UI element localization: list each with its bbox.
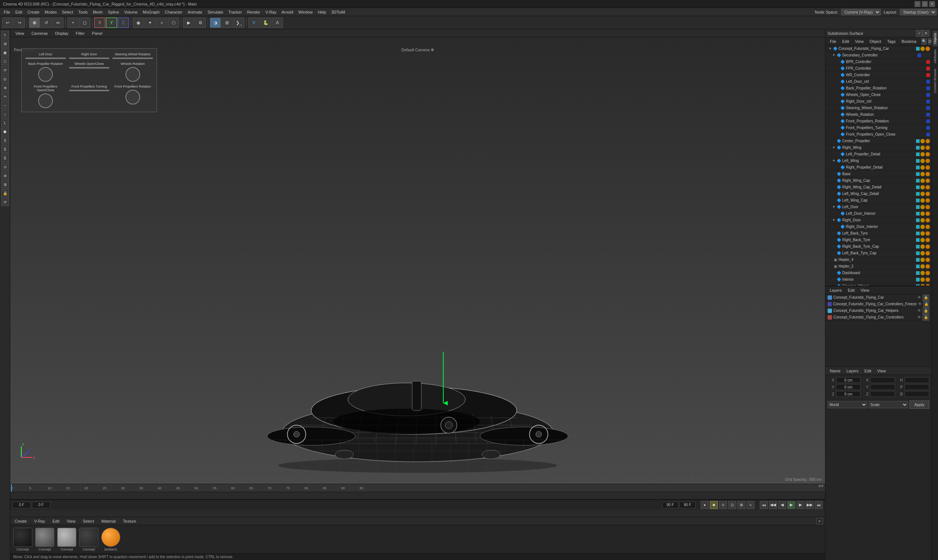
python-button[interactable]: 🐍 (260, 18, 271, 28)
close-button[interactable]: × (929, 1, 935, 7)
ctrl-front-prop-turn-slider[interactable] (69, 90, 110, 91)
cameras-menu-btn[interactable]: Cameras (29, 31, 50, 36)
redo-button[interactable]: ↪ (14, 18, 25, 28)
material-thumb-1[interactable]: Concept (13, 528, 32, 551)
ctrl-left-door-slider[interactable] (25, 57, 66, 59)
sidebar-btn-15[interactable]: $ (1, 154, 9, 162)
omh-tags[interactable]: Tags (885, 38, 898, 45)
next-frame-btn[interactable]: ▶ (796, 501, 804, 509)
ctrl-wheels-rot-circle[interactable] (125, 67, 140, 82)
tree-item-front-prop-open[interactable]: 🔷 Front_Propellers_Open_Close (825, 131, 932, 138)
undo-button[interactable]: ↩ (2, 18, 13, 28)
menu-file[interactable]: File (2, 9, 12, 15)
layer-eye-1[interactable]: 👁 (918, 295, 921, 299)
timeline-mode-btn[interactable]: ⊠ (737, 501, 745, 509)
tree-item-left-wing[interactable]: ▼ 🔷 Left_Wing (825, 158, 932, 164)
apply-button[interactable]: Apply (909, 401, 929, 409)
scale-dropdown[interactable]: Scale (869, 401, 908, 408)
b-rot-input[interactable] (905, 391, 929, 397)
menu-window[interactable]: Window (296, 9, 315, 15)
attr-view-btn[interactable]: View (875, 368, 888, 374)
go-to-end-btn[interactable]: ⏭ (815, 501, 823, 509)
tree-item-bpr[interactable]: 🔷 BPR_Controller (825, 58, 932, 65)
tree-item-left-wing-cap-detail[interactable]: 🔷 Left_Wing_Cap_Detail (825, 191, 932, 197)
sidebar-btn-10[interactable]: ⌂ (1, 110, 9, 118)
mat-create-btn[interactable]: Create (12, 518, 29, 524)
sidebar-btn-5[interactable]: ⟳ (1, 66, 9, 74)
menu-vray[interactable]: V-Ray (263, 9, 278, 15)
move-tool-button[interactable]: ⊕ (29, 18, 40, 28)
prev-frame-btn[interactable]: ◀ (778, 501, 786, 509)
sidebar-btn-17[interactable]: ⊕ (1, 172, 9, 180)
x-pos-input[interactable] (836, 377, 861, 383)
om-x-btn[interactable]: ✕ (923, 30, 929, 37)
tree-item-left-prop-detail[interactable]: 🔷 Left_Propeller_Detail (825, 151, 932, 158)
panel-menu-btn[interactable]: Panel (90, 31, 105, 36)
layer-lock-4[interactable]: 🔒 (923, 314, 929, 321)
omh-search-btn[interactable]: 🔍 (921, 38, 927, 45)
attr-layers-btn[interactable]: Layers (844, 368, 861, 374)
sidebar-btn-1[interactable]: ↖ (1, 31, 9, 39)
sidebar-btn-8[interactable]: ✂ (1, 92, 9, 100)
mat-vray-btn[interactable]: V-Ray (32, 518, 47, 524)
play-btn[interactable]: ▶ (787, 501, 795, 509)
go-to-start-btn[interactable]: ⏮ (760, 501, 768, 509)
expand-flying-car[interactable]: ▼ (828, 47, 832, 51)
sidebar-btn-2[interactable]: ⊞ (1, 40, 9, 48)
ctrl-wheels-open-slider[interactable] (69, 67, 110, 69)
mat-edit-btn[interactable]: Edit (50, 518, 62, 524)
tree-item-back-prop-rot[interactable]: 🔷 Back_Propeller_Rotation (825, 85, 932, 92)
layer-item-2[interactable]: Concept_Futuristic_Flying_Car_Controller… (825, 301, 932, 308)
sidebar-btn-18[interactable]: ⊞ (1, 180, 9, 188)
fps-input[interactable] (32, 502, 50, 508)
tree-item-hepler2[interactable]: ▣ Hepler_2 (825, 263, 932, 270)
view-menu-btn[interactable]: View (13, 31, 26, 36)
filter-menu-btn[interactable]: Filter (73, 31, 86, 36)
timeline-track[interactable] (10, 492, 825, 500)
expand-secondary-ctrl[interactable]: ▼ (832, 54, 836, 57)
motion-record-btn[interactable]: ⊙ (719, 501, 727, 509)
menu-modes[interactable]: Modes (43, 9, 59, 15)
x-size-input[interactable] (870, 377, 895, 383)
sidebar-btn-13[interactable]: S (1, 136, 9, 145)
tree-item-left-door-ctrl[interactable]: 🔷 Left_Door_ctrl (825, 78, 932, 85)
world-dropdown[interactable]: World (828, 401, 867, 408)
tree-item-secondary-ctrl[interactable]: ▼ 🔷 Secondary_Controller (825, 52, 932, 58)
menu-spline[interactable]: Spline (106, 9, 122, 15)
sidebar-btn-9[interactable]: ↔ (1, 101, 9, 109)
scale-tool-button[interactable]: ⇔ (52, 18, 63, 28)
mat-view-btn[interactable]: View (65, 518, 78, 524)
layer-eye-3[interactable]: 👁 (918, 309, 921, 312)
y-size-input[interactable] (870, 384, 895, 390)
maximize-button[interactable]: □ (922, 1, 928, 7)
omh-view[interactable]: View (853, 38, 866, 45)
arnold-button[interactable]: A (272, 18, 283, 28)
mat-collapse-btn[interactable]: ≡ (816, 518, 823, 525)
z-axis-button[interactable]: Z (118, 18, 129, 28)
omh-file[interactable]: File (828, 38, 839, 45)
prev-key-btn[interactable]: ◀◀ (769, 501, 777, 509)
object-tree[interactable]: ▼ 🔷 Concept_Futuristic_Flying_Car ▼ 🔷 Se… (825, 45, 932, 286)
rotate-tool-button[interactable]: ↺ (41, 18, 52, 28)
tree-item-right-back-tyre-cap[interactable]: 🔷 Right_Back_Tyre_Cap (825, 243, 932, 250)
tree-item-center-prop[interactable]: 🔷 Center_Propeller (825, 138, 932, 145)
menu-create[interactable]: Create (25, 9, 42, 15)
rtab-objects[interactable]: Objects (932, 31, 938, 46)
attr-edit-btn[interactable]: Edit (862, 368, 873, 374)
tree-item-right-wing-cap-detail[interactable]: 🔷 Right_Wing_Cap_Detail (825, 184, 932, 191)
total-frames-input[interactable] (679, 502, 696, 508)
tree-item-steering-wheel-rot[interactable]: 🔷 Steering_Wheel_Rotation (825, 105, 932, 111)
tree-item-interior[interactable]: 🔷 Interior (825, 276, 932, 283)
om-check-btn[interactable]: ✓ (916, 30, 923, 37)
ctrl-right-door-slider[interactable] (69, 57, 110, 59)
layer-lock-3[interactable]: 🔒 (923, 308, 929, 314)
ctrl-back-prop-circle[interactable] (38, 67, 53, 82)
omh-bookma[interactable]: Bookma (899, 38, 918, 45)
expand-right-wing[interactable]: ▼ (832, 146, 836, 149)
z-pos-input[interactable] (836, 391, 861, 397)
console-button[interactable]: ❯_ (233, 18, 244, 28)
layer-item-3[interactable]: Concept_Futuristic_Flying_Car_Helpers 👁 … (825, 308, 932, 314)
layer-eye-4[interactable]: 👁 (918, 315, 921, 319)
sidebar-btn-3[interactable]: ▣ (1, 48, 9, 57)
material-manager-button[interactable]: ◑ (210, 18, 221, 28)
